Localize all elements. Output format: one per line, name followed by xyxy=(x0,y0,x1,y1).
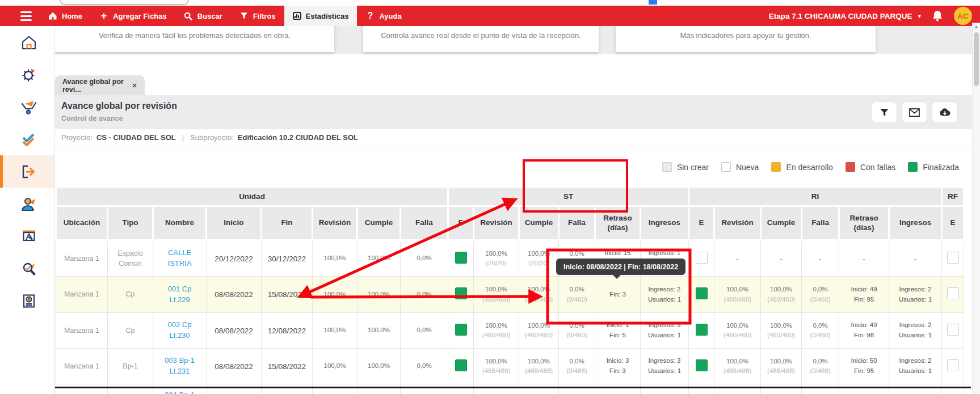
sidebar-item-home[interactable] xyxy=(0,26,54,58)
left-sidebar xyxy=(0,26,55,394)
cell-percent: 100,0% xyxy=(762,357,800,366)
cell-nombre[interactable]: 001 CpLt.229 xyxy=(153,277,207,313)
cell-u_revision: 100,0% xyxy=(313,349,357,384)
subproject-label: Subproyecto: xyxy=(190,133,234,142)
nav-item-estadisticas[interactable]: Estadísticas xyxy=(284,6,357,26)
cell-fin: 12/08/2022 xyxy=(262,313,313,349)
legend-label: En desarrollo xyxy=(786,163,833,172)
cell-detail: Usuarios: 1 xyxy=(642,366,687,376)
filter-button[interactable] xyxy=(872,101,897,123)
cell-st_ingresos: Ingresos: 3Usuarios: 1 xyxy=(641,313,689,349)
cell-fraction: (0/460) xyxy=(803,331,838,340)
sidebar-item-avance[interactable] xyxy=(0,155,54,188)
cell-st_revision: 100,0%(488/488) xyxy=(474,349,519,384)
status-square-nueva xyxy=(947,359,959,371)
nav-item-home[interactable]: Home xyxy=(40,6,91,26)
cell-st_retraso xyxy=(595,384,641,394)
legend-swatch xyxy=(846,162,855,172)
info-card-text: Más indicadores para apoyar tu gestión. xyxy=(680,31,811,40)
cell-nombre[interactable]: 002 CpLt.230 xyxy=(153,313,207,349)
user-avatar[interactable]: AC xyxy=(954,7,972,25)
notifications-bell-icon[interactable] xyxy=(931,10,944,22)
cell-fraction: (460/460) xyxy=(716,331,759,340)
cell-st_revision: 100,0%(20/20) xyxy=(474,240,519,277)
cell-percent: 100,0% xyxy=(762,321,800,331)
cell-inicio: 08/08/2022 xyxy=(207,313,262,349)
vertical-scrollbar[interactable]: ▲ xyxy=(972,23,980,394)
scroll-up-arrow[interactable]: ▲ xyxy=(973,23,980,31)
cell-nombre[interactable]: CALLEISTRIA xyxy=(153,240,207,277)
cell-detail: Ingresos: 2 xyxy=(890,356,940,366)
date-range-tooltip: Inicio: 08/08/2022 | Fin: 18/08/2022 xyxy=(556,259,685,275)
cell-detail: Ingresos: 2 xyxy=(890,285,940,295)
tooltip-text: Inicio: 08/08/2022 | Fin: 18/08/2022 xyxy=(563,263,678,271)
column-header-ri_revision: Revisión xyxy=(714,206,761,240)
column-header-ri_cumple: Cumple xyxy=(761,206,802,240)
cell-percent: 100,0% xyxy=(314,325,356,335)
sidebar-item-revisiones[interactable] xyxy=(0,123,54,155)
nav-item-agregar-fichas[interactable]: + Agregar Fichas xyxy=(91,6,175,26)
info-card-text: Verifica de manera fácil los problemas d… xyxy=(99,31,291,40)
cell-nombre[interactable]: 003 Bp-1Lt.231 xyxy=(153,349,207,384)
download-button[interactable] xyxy=(932,101,957,123)
export-arrow-icon xyxy=(20,163,38,181)
cell-st_revision: 100,0%(460/460) xyxy=(474,277,519,313)
cell-detail: Inicio: 3 xyxy=(596,356,639,366)
cell-u_revision: 100,0% xyxy=(313,313,357,349)
cell-ri_cumple: 100,0%(460/460) xyxy=(761,277,802,313)
cell-detail: Usuarios: 1 xyxy=(890,366,940,376)
menu-hamburger-icon[interactable] xyxy=(12,6,40,26)
nav-item-label: Ayuda xyxy=(379,12,401,20)
sidebar-item-settings[interactable] xyxy=(0,58,54,91)
cell-tipo: Bp-1 xyxy=(108,349,153,384)
cell-detail: Fin: 3 xyxy=(596,290,639,300)
cell-percent: 100,0% xyxy=(475,357,518,366)
user-icon xyxy=(20,195,38,213)
cell-fraction: (460/460) xyxy=(475,295,518,304)
cell-text: Manzana 1 xyxy=(57,253,106,264)
progress-table: UnidadSTRIRFUbicaciónTipoNombreInicioFin… xyxy=(55,186,965,394)
nav-item-filtros[interactable]: Filtros xyxy=(231,6,284,26)
stage-selector-label: Etapa 7.1 CHICAUMA CIUDAD PARQUE xyxy=(769,12,912,20)
cell-percent: 100,0% xyxy=(716,321,759,331)
close-icon[interactable]: ✕ xyxy=(132,82,137,90)
search-icon xyxy=(184,11,193,20)
stage-selector[interactable]: Etapa 7.1 CHICAUMA CIUDAD PARQUE ▾ xyxy=(769,12,921,20)
cell-st_ingresos xyxy=(641,384,689,394)
report-tab[interactable]: Avance global por revi... ✕ xyxy=(55,75,145,95)
cell-date: 08/08/2022 xyxy=(208,290,260,299)
cell-ri_falla: 0,0%(0/460) xyxy=(802,277,839,313)
cell-st_falla: 0,0%(0/460) xyxy=(559,277,595,313)
cloud-download-icon xyxy=(939,108,950,117)
cell-nombre[interactable]: 004 Bp-1 xyxy=(153,384,207,394)
cell-u_falla: 0,0% xyxy=(401,240,448,277)
sidebar-item-obra[interactable] xyxy=(0,91,54,123)
cell-st_e xyxy=(448,240,474,277)
cell-ubicacion: Manzana 1 xyxy=(56,349,108,384)
cell-text: Cp xyxy=(109,289,152,299)
column-header-st_ingresos: Ingresos xyxy=(641,206,689,240)
sidebar-item-inspeccion[interactable] xyxy=(0,252,54,285)
cell-ubicacion xyxy=(56,384,108,394)
table-wrap: UnidadSTRIRFUbicaciónTipoNombreInicioFin… xyxy=(55,186,963,394)
question-icon: ? xyxy=(365,11,375,20)
sidebar-item-presupuesto[interactable] xyxy=(0,285,54,317)
scrollbar-thumb[interactable] xyxy=(974,32,979,86)
report-tab-label: Avance global por revi... xyxy=(62,78,126,94)
cell-detail: Inicio: 49 xyxy=(840,320,888,331)
cell-text: Bp-1 xyxy=(109,361,152,371)
cell-st_e xyxy=(448,349,474,384)
cell-text: Manzana 1 xyxy=(57,361,106,371)
email-button[interactable] xyxy=(902,101,927,123)
column-header-st_falla: Falla xyxy=(559,206,595,240)
sidebar-item-planos[interactable] xyxy=(0,220,54,252)
funnel-icon xyxy=(880,108,889,117)
sidebar-item-usuarios[interactable] xyxy=(0,188,54,220)
nav-item-ayuda[interactable]: ? Ayuda xyxy=(357,6,410,26)
cell-percent: 0,0% xyxy=(560,357,594,366)
cell-detail: Inicio: 49 xyxy=(840,285,888,295)
cell-fin: 15/08/2022 xyxy=(262,277,313,313)
cell-rf_e xyxy=(942,277,964,313)
cell-percent: 100,0% xyxy=(716,285,759,294)
nav-item-buscar[interactable]: Buscar xyxy=(175,6,231,26)
